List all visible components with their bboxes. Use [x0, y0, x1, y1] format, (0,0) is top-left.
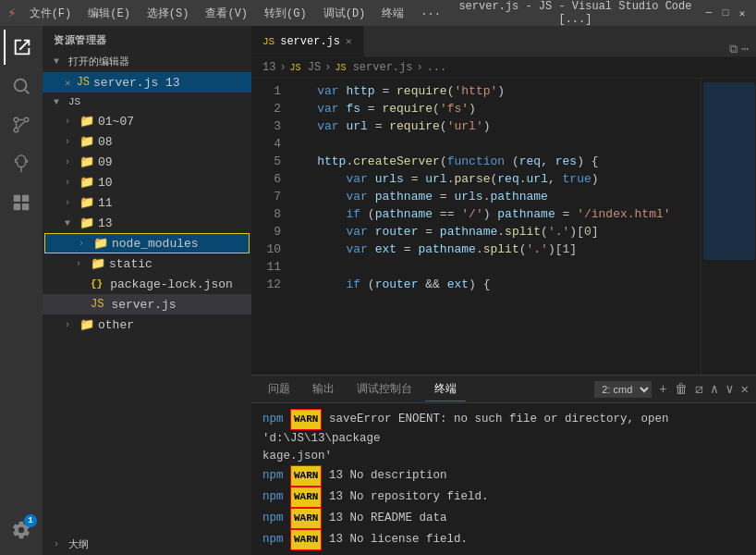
new-terminal-button[interactable]: + — [659, 382, 666, 397]
warn-badge-3: WARN — [290, 487, 322, 508]
activity-source-control[interactable] — [4, 107, 39, 142]
menu-file[interactable]: 文件(F) — [22, 4, 79, 23]
panel-area: 问题 输出 调试控制台 终端 2: cmd + 🗑 ⧄ ∧ ∨ ✕ — [251, 375, 756, 555]
folder-icon: 📁 — [79, 195, 94, 210]
terminal-dropdown[interactable]: 2: cmd — [594, 381, 652, 398]
activity-search[interactable] — [4, 68, 39, 104]
tab-server-js[interactable]: JS server.js ✕ — [251, 26, 364, 56]
outline-label[interactable]: › 大纲 — [43, 534, 251, 555]
menu-more[interactable]: ... — [413, 4, 448, 23]
panel-tab-debug[interactable]: 调试控制台 — [348, 377, 421, 401]
warn-badge-5: WARN — [290, 529, 322, 550]
tab-bar: JS server.js ✕ ⧉ ⋯ — [251, 26, 756, 57]
menu-debug[interactable]: 调试(D) — [316, 4, 373, 23]
menu-view[interactable]: 查看(V) — [198, 4, 255, 23]
tree-item-11[interactable]: › 📁 11 — [43, 192, 251, 213]
app-icon: ⚡ — [7, 4, 17, 22]
menu-goto[interactable]: 转到(G) — [257, 4, 314, 23]
code-line-11 — [288, 258, 701, 276]
title-bar: ⚡ 文件(F) 编辑(E) 选择(S) 查看(V) 转到(G) 调试(D) 终端… — [0, 0, 756, 26]
tree-item-static[interactable]: › 📁 static — [43, 253, 251, 274]
tree-item-09[interactable]: › 📁 09 — [43, 152, 251, 172]
folder-icon: 📁 — [79, 317, 94, 332]
minimize-button[interactable]: ─ — [702, 6, 715, 19]
tree-item-package-lock[interactable]: {} package-lock.json — [43, 274, 251, 294]
svg-point-2 — [14, 117, 18, 122]
maximize-button[interactable]: □ — [719, 6, 732, 19]
split-editor-button[interactable]: ⧉ — [729, 43, 738, 56]
menu-terminal[interactable]: 终端 — [374, 4, 411, 23]
close-panel-button[interactable]: ✕ — [741, 381, 749, 397]
folder-label: other — [98, 318, 134, 332]
folder-label: 01~07 — [98, 115, 134, 129]
panel-actions: 2: cmd + 🗑 ⧄ ∧ ∨ ✕ — [594, 381, 749, 398]
breadcrumb-sep3: › — [416, 61, 422, 74]
js-folder-section[interactable]: ▼ JS — [43, 92, 251, 111]
breadcrumb-13[interactable]: 13 — [262, 61, 275, 74]
breadcrumb-serverjs[interactable]: JS server.js — [335, 61, 412, 74]
open-editors-section[interactable]: ▼ 打开的编辑器 — [43, 51, 251, 72]
tab-js-icon: JS — [262, 36, 274, 47]
tree-item-node-modules[interactable]: › 📁 node_modules — [44, 233, 250, 253]
terminal-line-6: npm WARN 13 No license field. — [262, 529, 745, 550]
tree-item-server-js[interactable]: JS server.js — [43, 294, 251, 314]
tree-item-13[interactable]: ▼ 📁 13 — [43, 213, 251, 233]
menu-edit[interactable]: 编辑(E) — [80, 4, 138, 23]
code-line-12: if (router && ext) { — [288, 276, 701, 293]
tree-item-08[interactable]: › 📁 08 — [43, 131, 251, 152]
folder-icon: 📁 — [79, 175, 94, 190]
minimap — [701, 79, 756, 375]
restore-panel-button[interactable]: ∨ — [726, 381, 733, 397]
kill-terminal-button[interactable]: 🗑 — [675, 382, 688, 397]
folder-icon: 📁 — [79, 216, 94, 230]
chevron-right-icon: › — [79, 239, 90, 249]
folder-icon: 📁 — [93, 236, 108, 251]
folder-label: 13 — [98, 216, 113, 230]
activity-settings[interactable] — [4, 512, 39, 548]
terminal-line-5: npm WARN 13 No README data — [262, 508, 745, 529]
folder-label: node_modules — [112, 237, 199, 251]
menu-select[interactable]: 选择(S) — [140, 4, 197, 23]
close-button[interactable]: ✕ — [736, 6, 749, 19]
code-line-3: var url = require('url') — [288, 117, 701, 135]
activity-debug[interactable] — [4, 146, 39, 181]
maximize-panel-button[interactable]: ∧ — [711, 381, 718, 397]
svg-point-0 — [15, 80, 27, 92]
folder-icon: 📁 — [91, 256, 105, 271]
open-editors-label: 打开的编辑器 — [68, 55, 129, 68]
code-line-5: http.createServer(function (req, res) { — [288, 153, 701, 170]
terminal-content[interactable]: npm WARN saveError ENOENT: no such file … — [251, 403, 756, 555]
menu-bar[interactable]: 文件(F) 编辑(E) 选择(S) 查看(V) 转到(G) 调试(D) 终端 .… — [22, 4, 448, 23]
panel-tabs: 问题 输出 调试控制台 终端 2: cmd + 🗑 ⧄ ∧ ∨ ✕ — [251, 376, 756, 403]
tree-item-10[interactable]: › 📁 10 — [43, 172, 251, 192]
close-icon[interactable]: ✕ — [65, 77, 71, 89]
activity-bar — [0, 26, 43, 555]
open-file-label: server.js 13 — [93, 76, 180, 90]
code-line-8: if (pathname == '/') pathname = '/index.… — [288, 205, 701, 223]
panel-tab-output[interactable]: 输出 — [303, 377, 344, 401]
breadcrumb-more[interactable]: ... — [427, 61, 447, 74]
breadcrumb-sep2: › — [324, 61, 331, 74]
breadcrumb-sep1: › — [279, 61, 286, 74]
clear-terminal-button[interactable]: ⧄ — [695, 382, 703, 397]
activity-extensions[interactable] — [4, 185, 39, 220]
js-folder-label: JS — [68, 96, 80, 107]
chevron-right-icon: › — [54, 539, 65, 549]
chevron-right-icon: › — [76, 259, 87, 269]
panel-tab-problems[interactable]: 问题 — [259, 377, 299, 401]
code-editor[interactable]: 1 2 3 4 5 6 7 8 9 10 11 12 var http = re… — [251, 79, 756, 375]
tree-item-other[interactable]: › 📁 other — [43, 314, 251, 335]
warn-badge-2: WARN — [290, 465, 322, 487]
tree-item-0107[interactable]: › 📁 01~07 — [43, 111, 251, 131]
code-lines: var http = require('http') var fs = requ… — [288, 79, 701, 375]
more-actions-button[interactable]: ⋯ — [741, 42, 749, 56]
activity-explorer[interactable] — [4, 30, 39, 65]
tab-close-button[interactable]: ✕ — [346, 35, 352, 47]
svg-rect-6 — [14, 195, 20, 202]
open-file-item[interactable]: ✕ JS server.js 13 — [43, 72, 251, 92]
chevron-right-icon: › — [65, 157, 76, 167]
panel-tab-terminal[interactable]: 终端 — [425, 377, 466, 401]
terminal-line-4: npm WARN 13 No repository field. — [262, 487, 745, 508]
terminal-line-2: kage.json' — [262, 448, 745, 465]
breadcrumb-js[interactable]: JS JS — [290, 61, 322, 74]
